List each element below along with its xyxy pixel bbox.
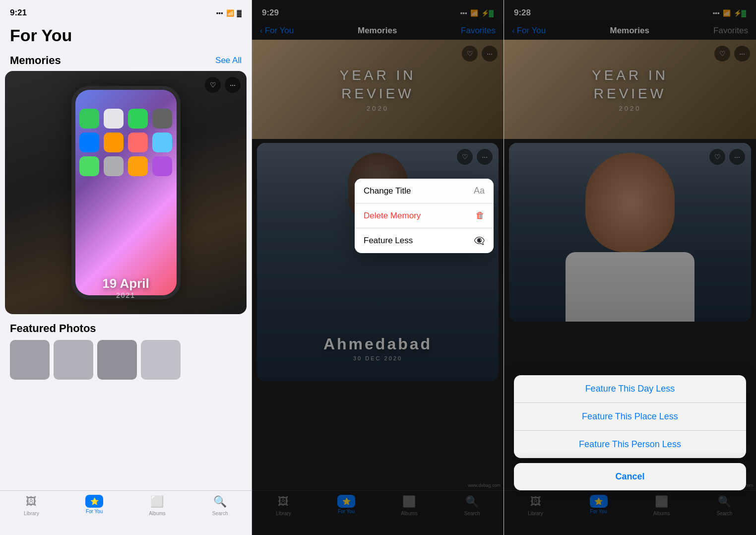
app-grid <box>75 105 177 180</box>
phone-screen-inner <box>75 90 177 295</box>
app-icon <box>152 109 172 129</box>
for-you-wrapper: ⭐ For You <box>85 495 103 514</box>
feature-less-icon: 👁‍🗨 <box>474 235 485 246</box>
date-text: 19 April <box>5 276 247 291</box>
feature-person-less-button[interactable]: Feature This Person Less <box>514 431 746 458</box>
tab-for-you-label: For You <box>86 509 103 514</box>
featured-thumb[interactable] <box>97 340 137 380</box>
status-bar-1: 9:21 ▪▪▪ 📶 ▓ <box>0 0 252 22</box>
panel-3: 9:28 ▪▪▪ 📶 ⚡▓ ‹ For You Memories Favorit… <box>504 0 756 535</box>
action-sheet: Feature This Day Less Feature This Place… <box>514 375 746 490</box>
cancel-button[interactable]: Cancel <box>514 463 746 490</box>
featured-section: Featured Photos <box>0 314 252 384</box>
page-title-1: For You <box>0 22 252 46</box>
signal-icon-1: ▪▪▪ <box>216 9 223 17</box>
feature-less-label: Feature Less <box>364 236 413 246</box>
date-overlay: 19 April 2021 <box>5 276 247 299</box>
tab-search[interactable]: 🔍 Search <box>189 495 252 516</box>
library-icon: 🖼 <box>24 495 38 509</box>
overlay-2 <box>252 0 504 535</box>
memories-title: Memories <box>10 54 61 67</box>
app-icon <box>152 133 172 152</box>
context-menu: Change Title Aa Delete Memory 🗑 Feature … <box>355 179 494 253</box>
app-icon <box>128 109 148 129</box>
action-sheet-group: Feature This Day Less Feature This Place… <box>514 375 746 458</box>
memories-section-header: Memories See All <box>0 46 252 71</box>
featured-thumb[interactable] <box>141 340 181 380</box>
tab-albums-label: Albums <box>149 511 165 516</box>
featured-row <box>10 340 242 380</box>
for-you-icon: ⭐ <box>90 497 99 505</box>
status-icons-1: ▪▪▪ 📶 ▓ <box>216 9 242 17</box>
menu-change-title[interactable]: Change Title Aa <box>355 179 494 203</box>
menu-feature-less[interactable]: Feature Less 👁‍🗨 <box>355 228 494 253</box>
app-icon <box>79 109 99 129</box>
year-text: 2021 <box>5 291 247 299</box>
panel-2: 9:29 ▪▪▪ 📶 ⚡▓ ‹ For You Memories Favorit… <box>252 0 504 535</box>
battery-icon-1: ▓ <box>237 9 242 17</box>
featured-title: Featured Photos <box>10 322 242 335</box>
feature-place-less-button[interactable]: Feature This Place Less <box>514 403 746 431</box>
change-title-label: Change Title <box>364 186 411 196</box>
search-icon: 🔍 <box>213 495 227 509</box>
panel-1: 9:21 ▪▪▪ 📶 ▓ For You Memories See All ♡ … <box>0 0 252 535</box>
tab-bar-1: 🖼 Library ⭐ For You ⬜ Albums 🔍 Search <box>0 490 252 535</box>
panel1-content: For You Memories See All ♡ ··· <box>0 22 252 535</box>
featured-thumb[interactable] <box>54 340 93 380</box>
tab-search-label: Search <box>212 511 228 516</box>
menu-delete-memory[interactable]: Delete Memory 🗑 <box>355 203 494 228</box>
featured-thumb[interactable] <box>10 340 50 380</box>
memory-card-1[interactable]: ♡ ··· <box>5 71 247 314</box>
delete-memory-label: Delete Memory <box>364 211 421 221</box>
app-icon <box>104 156 124 176</box>
change-title-icon: Aa <box>474 186 485 196</box>
for-you-icon-box: ⭐ <box>85 495 103 508</box>
tab-library-label: Library <box>24 511 39 516</box>
see-all-button[interactable]: See All <box>215 56 242 66</box>
app-icon <box>152 156 172 176</box>
status-time-1: 9:21 <box>10 8 27 18</box>
app-icon <box>104 109 124 129</box>
tab-for-you[interactable]: ⭐ For You <box>63 495 126 514</box>
tab-albums[interactable]: ⬜ Albums <box>126 495 189 516</box>
app-icon <box>79 156 99 176</box>
albums-icon: ⬜ <box>150 495 164 509</box>
app-icon <box>104 133 124 152</box>
app-icon <box>128 156 148 176</box>
tab-library[interactable]: 🖼 Library <box>0 495 63 516</box>
app-icon <box>79 133 99 152</box>
wifi-icon-1: 📶 <box>226 9 234 17</box>
feature-day-less-button[interactable]: Feature This Day Less <box>514 375 746 403</box>
trash-icon: 🗑 <box>476 210 485 221</box>
phone-screen <box>71 86 181 299</box>
app-icon <box>128 133 148 152</box>
